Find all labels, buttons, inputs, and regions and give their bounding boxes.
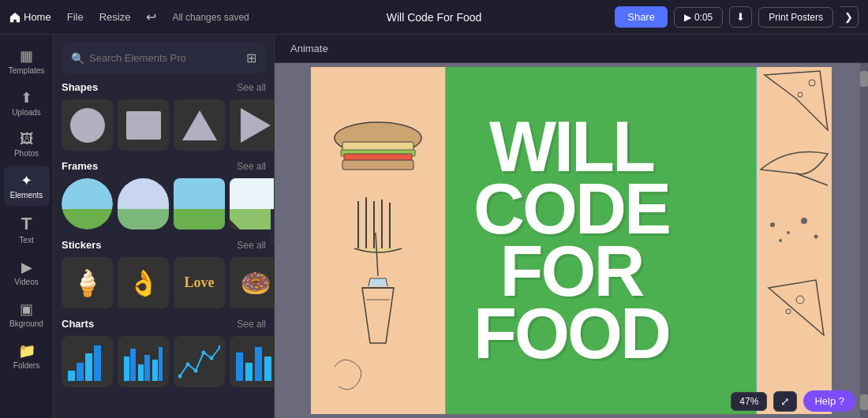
shapes-title: Shapes [62,81,98,93]
text-line-1: WILL [473,116,669,178]
sticker-love[interactable]: Love [174,257,225,308]
search-icon: 🔍 [71,52,84,65]
shape-triangle[interactable] [174,99,225,151]
charts-section: Charts See all [54,318,274,397]
svg-rect-8 [152,360,158,381]
shape-rectangle[interactable] [118,99,169,151]
stickers-see-all[interactable]: See all [237,240,266,251]
animate-button[interactable]: Animate [284,39,335,58]
canvas-container[interactable]: WILL CODE FOR FOOD [275,63,868,418]
autosave-status: All changes saved [172,12,249,23]
canvas-area: Animate [275,35,868,418]
undo-button[interactable]: ↩ [146,9,156,24]
document-title: Will Code For Food [387,11,482,24]
text-label: Text [19,236,33,244]
zoom-level[interactable]: 47% [731,392,767,411]
shape-circle[interactable] [62,99,113,151]
sidebar-item-videos[interactable]: ▶ Videos [4,252,50,293]
svg-rect-2 [85,353,92,381]
elements-icon: ✦ [21,172,32,189]
sidebar-item-folders[interactable]: 📁 Folders [4,336,50,376]
svg-point-12 [194,369,198,373]
download-button[interactable]: ⬇ [729,6,752,28]
text-icon: T [21,214,32,234]
help-icon: ? [839,395,844,407]
sidebar-item-uploads[interactable]: ⬆ Uploads [4,83,50,123]
resize-menu[interactable]: Resize [99,11,131,23]
svg-point-41 [786,309,791,314]
filter-button[interactable]: ⊞ [246,50,256,65]
home-button[interactable]: Home [9,11,51,23]
more-options-button[interactable]: ❯ [840,6,859,28]
download-icon: ⬇ [736,11,745,23]
print-button[interactable]: Print Posters [758,7,833,28]
folders-icon: 📁 [18,342,36,360]
svg-rect-5 [130,349,136,381]
sticker-donut[interactable]: 🍩 [230,257,275,308]
charts-see-all[interactable]: See all [237,319,266,330]
photos-icon: 🖼 [20,131,34,147]
icon-nav: ▦ Templates ⬆ Uploads 🖼 Photos ✦ Element… [0,35,54,418]
videos-icon: ▶ [21,259,32,276]
chart-line[interactable] [174,336,225,387]
svg-point-33 [809,80,815,86]
canvas-toolbar: Animate [275,35,868,63]
play-button[interactable]: ▶ 0:05 [674,7,723,28]
svg-rect-19 [264,356,271,381]
search-input[interactable] [89,52,241,64]
frame-round[interactable] [62,178,113,230]
chart-bar-2[interactable] [118,336,169,387]
svg-point-14 [210,356,214,360]
sidebar-item-background[interactable]: ▣ Bkground [4,294,50,334]
svg-point-11 [186,363,190,367]
sidebar-item-photos[interactable]: 🖼 Photos [4,125,50,164]
file-menu[interactable]: File [67,11,84,23]
guide-line-right [756,67,757,414]
play-icon: ▶ [684,12,691,23]
svg-rect-7 [144,355,150,381]
svg-rect-17 [245,363,253,381]
scrollbar-thumb-top [860,71,868,87]
chart-bar-1[interactable] [62,336,113,387]
frame-cloud[interactable] [118,178,169,230]
sticker-ok-hand[interactable]: 👌 [118,257,169,308]
frames-see-all[interactable]: See all [237,161,266,172]
videos-label: Videos [14,278,38,286]
shape-arrow[interactable] [230,99,275,151]
stickers-title: Stickers [62,239,102,251]
sidebar-item-text[interactable]: T Text [4,207,50,251]
help-button[interactable]: Help ? [803,390,855,412]
chart-bar-3[interactable] [230,336,275,387]
stickers-section: Stickers See all 🍦 👌 Love 🍩 › [54,239,274,318]
sticker-ice-cream[interactable]: 🍦 [62,257,113,308]
guide-line-left [445,67,446,414]
svg-point-40 [796,296,804,304]
sidebar-item-elements[interactable]: ✦ Elements [4,166,50,206]
frame-wavy[interactable] [230,178,275,230]
svg-rect-4 [124,356,129,381]
shapes-see-all[interactable]: See all [237,82,266,93]
svg-point-13 [202,351,206,355]
svg-point-39 [779,239,782,242]
uploads-icon: ⬆ [21,89,32,106]
svg-point-34 [798,92,803,97]
svg-rect-9 [159,347,163,381]
frames-section: Frames See all › [54,160,274,239]
svg-point-36 [787,231,790,234]
canvas-scrollbar[interactable] [860,63,868,418]
sidebar-item-templates[interactable]: ▦ Templates [4,41,50,81]
expand-button[interactable]: ⤢ [773,391,797,412]
templates-icon: ▦ [20,47,33,65]
photos-label: Photos [14,149,39,158]
elements-label: Elements [10,191,43,200]
share-button[interactable]: Share [615,6,668,28]
text-line-4: FOOD [473,303,669,365]
frame-rect[interactable] [174,178,225,230]
svg-rect-16 [236,353,243,381]
home-label: Home [24,11,51,23]
svg-point-38 [814,235,818,239]
background-label: Bkground [9,319,43,328]
svg-point-37 [801,218,807,224]
svg-rect-3 [94,345,101,381]
shapes-section: Shapes See all › [54,81,274,160]
